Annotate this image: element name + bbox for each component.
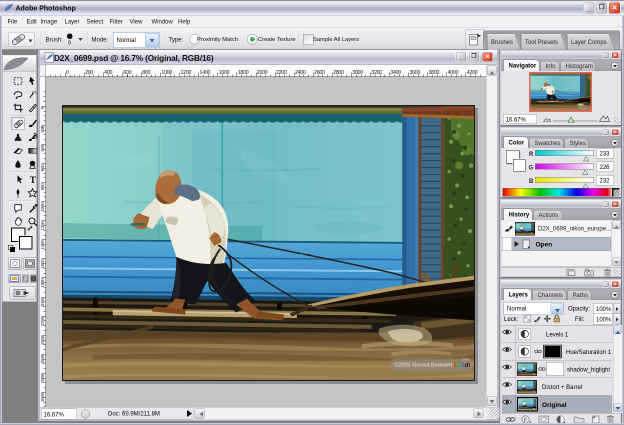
svg-text:T: T — [30, 175, 37, 185]
svg-text:©2005 Vincent Bockaert: ©2005 Vincent Bockaert — [394, 362, 452, 368]
svg-text:di: di — [464, 361, 470, 368]
